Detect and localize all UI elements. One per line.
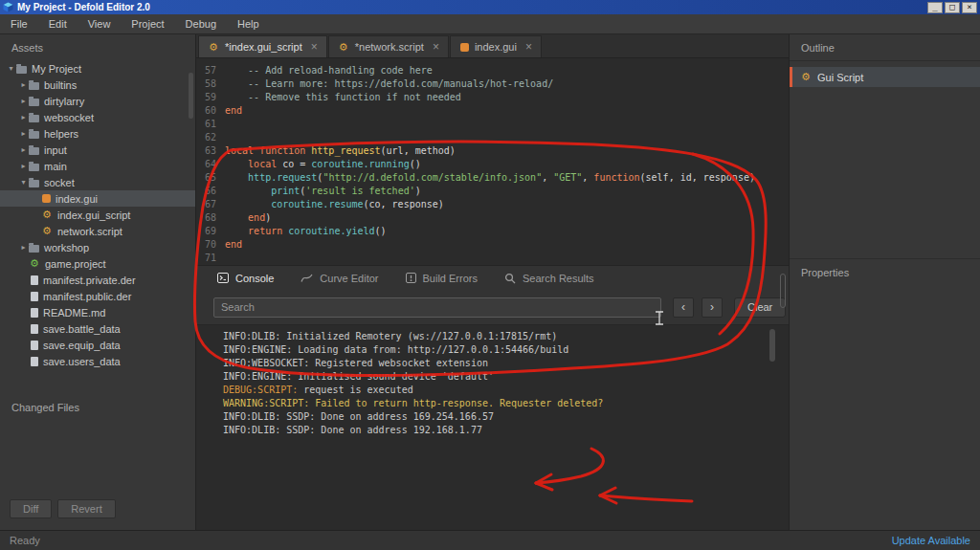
code-line[interactable]: 71 [196, 252, 789, 265]
search-prev-button[interactable]: ‹ [673, 297, 694, 318]
expander-icon[interactable]: ▾ [6, 64, 16, 73]
tab-index-gui-script[interactable]: ⚙*index.gui_script× [198, 35, 327, 57]
console-line-message: SSDP: Done on address 169.254.166.57 [286, 411, 494, 422]
tree-item-readme-md[interactable]: README.md [0, 304, 195, 320]
tree-item-save-equip-data[interactable]: save.equip_data [0, 337, 195, 353]
tree-item-input[interactable]: ▸input [0, 142, 195, 158]
file-icon [31, 292, 38, 301]
code-line[interactable]: 68 end) [196, 211, 789, 225]
expander-icon[interactable]: ▸ [18, 113, 29, 121]
expander-icon[interactable]: ▸ [18, 97, 29, 105]
menu-view[interactable]: View [78, 14, 122, 33]
close-icon[interactable]: × [433, 40, 439, 54]
tree-item-network-script[interactable]: ⚙network.script [0, 223, 195, 239]
update-available-link[interactable]: Update Available [892, 535, 970, 546]
line-number: 66 [196, 185, 225, 198]
tree-item-websocket[interactable]: ▸websocket [0, 109, 195, 125]
code-line[interactable]: 62 [196, 131, 789, 144]
tree-item-index-gui-script[interactable]: ⚙index.gui_script [0, 207, 195, 223]
code-editor[interactable]: 57 -- Add reload-handling code here58 --… [196, 58, 789, 265]
tree-item-label: manifest.private.der [43, 275, 136, 286]
menu-bar: FileEditViewProjectDebugHelp [0, 14, 980, 34]
expander-icon[interactable]: ▸ [18, 80, 29, 89]
close-icon[interactable]: × [525, 40, 532, 54]
tree-item-game-project[interactable]: ⚙game.project [0, 255, 195, 272]
gear-icon: ⚙ [800, 72, 812, 82]
expander-icon[interactable]: ▸ [18, 129, 29, 138]
menu-edit[interactable]: Edit [38, 14, 78, 33]
code-line[interactable]: 69 return coroutine.yield() [196, 225, 789, 238]
tree-item-label: builtins [44, 79, 77, 91]
code-line[interactable]: 66 print('result is fetched') [196, 185, 789, 198]
search-next-button[interactable]: › [702, 297, 723, 318]
code-line[interactable]: 61 [196, 118, 789, 131]
tree-item-main[interactable]: ▸main [0, 158, 195, 174]
tree-item-save-battle-data[interactable]: save.battle_data [0, 320, 195, 337]
tab-index-gui[interactable]: index.gui× [450, 35, 542, 57]
menu-help[interactable]: Help [227, 14, 270, 33]
tree-item-index-gui[interactable]: index.gui [0, 190, 195, 207]
console-scrollbar-thumb[interactable] [769, 329, 775, 362]
console-search-input[interactable] [213, 297, 661, 318]
revert-button[interactable]: Revert [57, 499, 115, 518]
bottom-tool-tabs: ConsoleCurve EditorBuild ErrorsSearch Re… [196, 265, 789, 291]
tree-item-my-project[interactable]: ▾My Project [0, 60, 195, 77]
tab-network-script[interactable]: ⚙*network.script× [328, 35, 449, 57]
menu-debug[interactable]: Debug [175, 14, 227, 33]
tree-item-label: websocket [44, 112, 94, 123]
outline-item-gui-script[interactable]: ⚙Gui Script [790, 67, 980, 87]
code-line[interactable]: 57 -- Add reload-handling code here [196, 64, 789, 77]
menu-file[interactable]: File [0, 14, 38, 33]
diff-button[interactable]: Diff [10, 499, 52, 518]
tree-item-label: network.script [57, 226, 122, 237]
title-bar[interactable]: My Project - Defold Editor 2.0 _□× [0, 0, 980, 14]
console-output[interactable]: INFO:DLIB: Initialized Remotery (ws://12… [196, 325, 789, 531]
expander-icon[interactable]: ▸ [18, 145, 29, 154]
menu-project[interactable]: Project [121, 14, 174, 33]
tree-item-label: manifest.public.der [43, 291, 131, 302]
code-line[interactable]: 70end [196, 238, 789, 252]
code-text: end [225, 238, 789, 252]
line-number: 64 [196, 158, 225, 171]
assets-scrollbar-thumb[interactable] [189, 73, 193, 119]
tree-item-label: index.gui [56, 193, 98, 205]
code-line[interactable]: 65 http.request("http://d.defold.com/sta… [196, 171, 789, 185]
expander-icon[interactable]: ▾ [18, 178, 29, 187]
bottom-tab-search-results[interactable]: Search Results [504, 273, 594, 284]
folder-icon [29, 147, 39, 155]
tree-item-workshop[interactable]: ▸workshop [0, 239, 195, 255]
line-number: 65 [196, 171, 225, 185]
bottom-tab-console[interactable]: Console [217, 273, 274, 284]
tree-item-manifest-public-der[interactable]: manifest.public.der [0, 288, 195, 304]
editor-scrollbar-thumb[interactable] [780, 274, 786, 308]
tree-item-save-users-data[interactable]: save.users_data [0, 353, 195, 369]
console-line: WARNING:SCRIPT: Failed to return http-re… [223, 397, 789, 410]
code-line[interactable]: 64 local co = coroutine.running() [196, 158, 789, 171]
code-text: -- Learn more: https://defold.com/manual… [225, 77, 789, 91]
tree-item-helpers[interactable]: ▸helpers [0, 125, 195, 142]
console-line: DEBUG:SCRIPT: request is executed [223, 384, 789, 397]
tree-item-socket[interactable]: ▾socket [0, 174, 195, 190]
console-line-prefix: INFO:ENGINE: [223, 344, 298, 355]
close-icon[interactable]: × [311, 40, 318, 54]
code-line[interactable]: 67 coroutine.resume(co, response) [196, 198, 789, 211]
tree-item-builtins[interactable]: ▸builtins [0, 77, 195, 93]
code-text: end) [225, 211, 789, 225]
code-line[interactable]: 63local function http_request(url, metho… [196, 144, 789, 158]
right-panel: Outline ⚙Gui Script Properties [789, 34, 980, 530]
tree-item-dirtylarry[interactable]: ▸dirtylarry [0, 93, 195, 109]
tree-item-manifest-private-der[interactable]: manifest.private.der [0, 272, 195, 288]
code-line[interactable]: 58 -- Learn more: https://defold.com/man… [196, 77, 789, 91]
minimize-button[interactable]: _ [927, 2, 943, 13]
code-line[interactable]: 59 -- Remove this function if not needed [196, 91, 789, 104]
bottom-tab-curve-editor[interactable]: Curve Editor [301, 273, 378, 284]
bottom-tab-label: Search Results [523, 273, 594, 284]
code-line[interactable]: 60end [196, 104, 789, 118]
maximize-button[interactable]: □ [945, 2, 960, 13]
close-button[interactable]: × [962, 2, 977, 13]
expander-icon[interactable]: ▸ [18, 243, 29, 252]
tree-item-label: save.users_data [43, 356, 121, 367]
console-clear-button[interactable]: Clear [734, 297, 786, 318]
expander-icon[interactable]: ▸ [18, 162, 29, 170]
bottom-tab-build-errors[interactable]: Build Errors [406, 273, 478, 284]
